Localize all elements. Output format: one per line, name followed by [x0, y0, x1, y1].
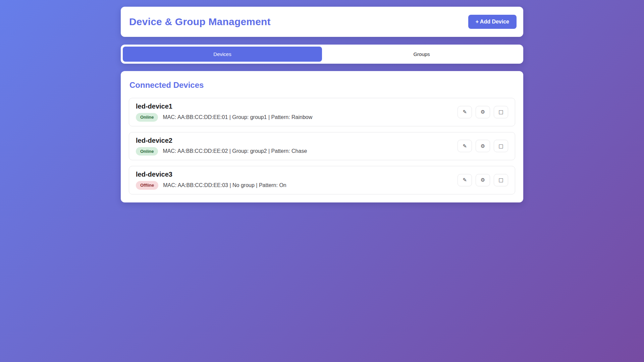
- section-title: Connected Devices: [129, 80, 515, 90]
- tab-devices[interactable]: Devices: [123, 47, 322, 62]
- gear-icon: ⚙: [481, 143, 485, 149]
- stop-pattern-button[interactable]: □: [494, 174, 508, 186]
- square-icon: □: [498, 177, 503, 183]
- edit-device-button[interactable]: ✎: [458, 106, 472, 118]
- device-meta-row: Offline MAC: AA:BB:CC:DD:EE:03 | No grou…: [136, 181, 286, 190]
- device-name: led-device3: [136, 171, 286, 178]
- device-name: led-device1: [136, 103, 312, 110]
- device-meta: MAC: AA:BB:CC:DD:EE:01 | Group: group1 |…: [163, 114, 312, 120]
- stop-pattern-button[interactable]: □: [494, 106, 508, 118]
- device-info: led-device1 Online MAC: AA:BB:CC:DD:EE:0…: [136, 103, 312, 122]
- edit-icon: ✎: [463, 177, 467, 183]
- tab-bar: Devices Groups: [121, 45, 523, 64]
- add-device-button[interactable]: + Add Device: [468, 15, 517, 29]
- edit-icon: ✎: [463, 109, 467, 115]
- device-row-led-device2: led-device2 Online MAC: AA:BB:CC:DD:EE:0…: [129, 132, 515, 161]
- device-meta: MAC: AA:BB:CC:DD:EE:03 | No group | Patt…: [163, 182, 286, 188]
- device-actions: ✎ ⚙ □: [458, 140, 508, 152]
- square-icon: □: [498, 109, 503, 115]
- device-settings-button[interactable]: ⚙: [476, 174, 490, 186]
- device-info: led-device2 Online MAC: AA:BB:CC:DD:EE:0…: [136, 137, 307, 156]
- device-actions: ✎ ⚙ □: [458, 174, 508, 186]
- gear-icon: ⚙: [481, 177, 485, 183]
- square-icon: □: [498, 143, 503, 149]
- device-settings-button[interactable]: ⚙: [476, 140, 490, 152]
- status-badge: Online: [136, 113, 158, 122]
- stop-pattern-button[interactable]: □: [494, 140, 508, 152]
- device-actions: ✎ ⚙ □: [458, 106, 508, 118]
- device-meta-row: Online MAC: AA:BB:CC:DD:EE:02 | Group: g…: [136, 147, 307, 156]
- tab-groups[interactable]: Groups: [322, 47, 521, 62]
- header-card: Device & Group Management + Add Device: [121, 7, 523, 37]
- edit-device-button[interactable]: ✎: [458, 174, 472, 186]
- device-settings-button[interactable]: ⚙: [476, 106, 490, 118]
- device-info: led-device3 Offline MAC: AA:BB:CC:DD:EE:…: [136, 171, 286, 190]
- device-row-led-device3: led-device3 Offline MAC: AA:BB:CC:DD:EE:…: [129, 166, 515, 194]
- edit-device-button[interactable]: ✎: [458, 140, 472, 152]
- device-row-led-device1: led-device1 Online MAC: AA:BB:CC:DD:EE:0…: [129, 98, 515, 126]
- device-name: led-device2: [136, 137, 307, 144]
- gear-icon: ⚙: [481, 109, 485, 115]
- page-container: Device & Group Management + Add Device D…: [121, 0, 523, 202]
- page-title: Device & Group Management: [129, 16, 271, 27]
- status-badge: Online: [136, 147, 158, 156]
- device-meta: MAC: AA:BB:CC:DD:EE:02 | Group: group2 |…: [163, 148, 307, 154]
- edit-icon: ✎: [463, 143, 467, 149]
- connected-devices-card: Connected Devices led-device1 Online MAC…: [121, 71, 523, 202]
- status-badge: Offline: [136, 181, 158, 190]
- device-meta-row: Online MAC: AA:BB:CC:DD:EE:01 | Group: g…: [136, 113, 312, 122]
